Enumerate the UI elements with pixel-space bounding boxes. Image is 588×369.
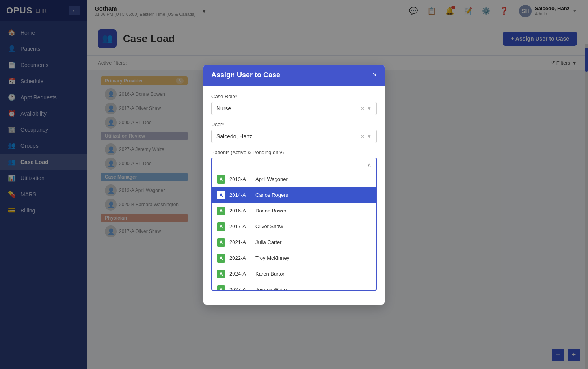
patient-id: 2027-A [229, 287, 251, 290]
patient-id: 2016-A [229, 208, 251, 214]
patient-name: Jeremy White [255, 287, 287, 290]
patient-list-item[interactable]: A 2022-A Troy McKinney [212, 250, 376, 266]
patient-chevron-up-icon[interactable]: ∧ [367, 162, 371, 168]
user-label: User* [211, 121, 377, 127]
user-clear-icon[interactable]: ✕ [361, 134, 365, 139]
patient-list-item[interactable]: A 2021-A Julia Carter [212, 235, 376, 250]
case-role-group: Case Role* Nurse ✕ ▼ [211, 93, 377, 115]
case-role-select[interactable]: Nurse ✕ ▼ [211, 102, 377, 115]
patient-name: Troy McKinney [255, 255, 289, 261]
modal-body: Case Role* Nurse ✕ ▼ User* Salcedo, Hanz… [203, 86, 385, 305]
patient-dropdown: ∧ A 2013-A April Wagoner A 2014-A Carlos… [211, 158, 377, 291]
patient-id: 2017-A [229, 224, 251, 229]
patient-badge: A [217, 207, 225, 215]
patient-name: Carlos Rogers [255, 192, 288, 198]
case-role-label: Case Role* [211, 93, 377, 99]
patient-badge: A [217, 270, 225, 278]
case-role-value: Nurse [216, 105, 361, 112]
patient-search-input[interactable] [217, 162, 367, 168]
patient-list-item[interactable]: A 2014-A Carlos Rogers [212, 187, 376, 203]
user-select[interactable]: Salcedo, Hanz ✕ ▼ [211, 130, 377, 143]
modal-close-button[interactable]: × [372, 71, 377, 78]
user-value: Salcedo, Hanz [216, 133, 361, 140]
patient-badge: A [217, 285, 225, 290]
case-role-clear-icon[interactable]: ✕ [361, 106, 365, 111]
patient-name: April Wagoner [255, 176, 288, 182]
patient-name: Julia Carter [255, 239, 281, 245]
patient-name: Donna Bowen [255, 208, 288, 214]
patient-badge: A [217, 222, 225, 231]
patient-id: 2024-A [229, 271, 251, 277]
patient-name: Oliver Shaw [255, 224, 283, 229]
patient-list: A 2013-A April Wagoner A 2014-A Carlos R… [212, 171, 376, 290]
patient-label: Patient* (Active & Pending only) [211, 149, 377, 155]
patient-name: Karen Burton [255, 271, 286, 277]
patient-id: 2022-A [229, 255, 251, 261]
patient-search-container: ∧ [212, 158, 376, 171]
patient-id: 2021-A [229, 239, 251, 245]
user-chevron-icon: ▼ [367, 134, 372, 139]
user-group: User* Salcedo, Hanz ✕ ▼ [211, 121, 377, 143]
modal-header: Assign User to Case × [203, 65, 385, 86]
assign-user-modal: Assign User to Case × Case Role* Nurse ✕… [203, 65, 385, 305]
patient-list-item[interactable]: A 2024-A Karen Burton [212, 266, 376, 282]
patient-group: Patient* (Active & Pending only) ∧ A 201… [211, 149, 377, 291]
patient-badge: A [217, 238, 225, 247]
case-role-controls: ✕ ▼ [361, 106, 372, 111]
patient-list-item[interactable]: A 2017-A Oliver Shaw [212, 219, 376, 235]
patient-list-item[interactable]: A 2013-A April Wagoner [212, 171, 376, 187]
patient-list-item[interactable]: A 2027-A Jeremy White [212, 282, 376, 290]
patient-list-item[interactable]: A 2016-A Donna Bowen [212, 203, 376, 219]
patient-badge: A [217, 175, 225, 184]
modal-title: Assign User to Case [211, 71, 280, 79]
user-controls: ✕ ▼ [361, 134, 372, 139]
case-role-chevron-icon: ▼ [367, 106, 372, 111]
patient-id: 2014-A [229, 192, 251, 198]
patient-badge: A [217, 191, 225, 199]
modal-overlay[interactable]: Assign User to Case × Case Role* Nurse ✕… [0, 0, 588, 369]
patient-id: 2013-A [229, 176, 251, 182]
patient-badge: A [217, 254, 225, 263]
